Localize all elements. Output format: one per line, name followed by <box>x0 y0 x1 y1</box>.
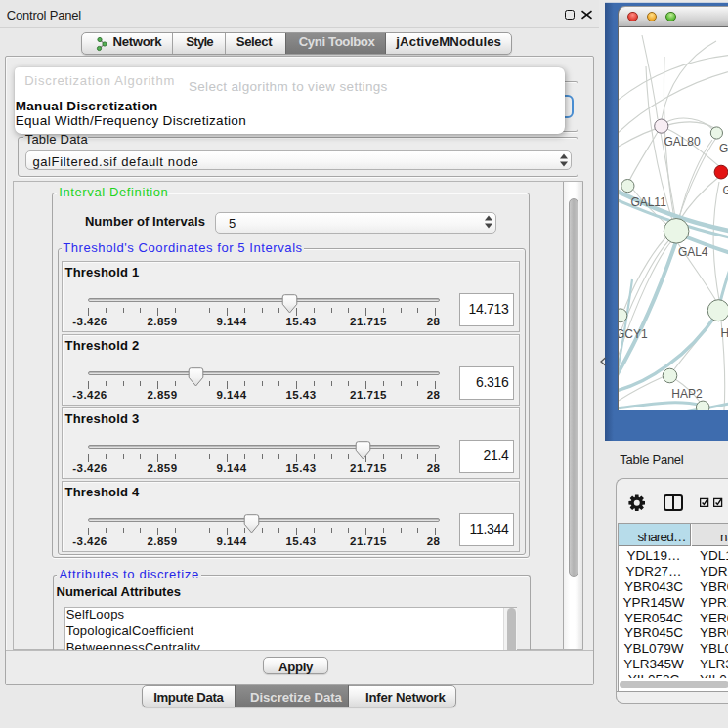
svg-text:GAL4: GAL4 <box>678 245 708 259</box>
svg-text:GAL2: GAL2 <box>719 142 728 155</box>
svg-text:HAP2: HAP2 <box>671 387 703 401</box>
svg-text:GAL11: GAL11 <box>630 195 666 209</box>
svg-text:GAL80: GAL80 <box>664 135 701 149</box>
svg-text:GCY1: GCY1 <box>619 327 648 341</box>
svg-text:GAL: GAL <box>722 184 728 197</box>
svg-text:H: H <box>720 326 728 340</box>
